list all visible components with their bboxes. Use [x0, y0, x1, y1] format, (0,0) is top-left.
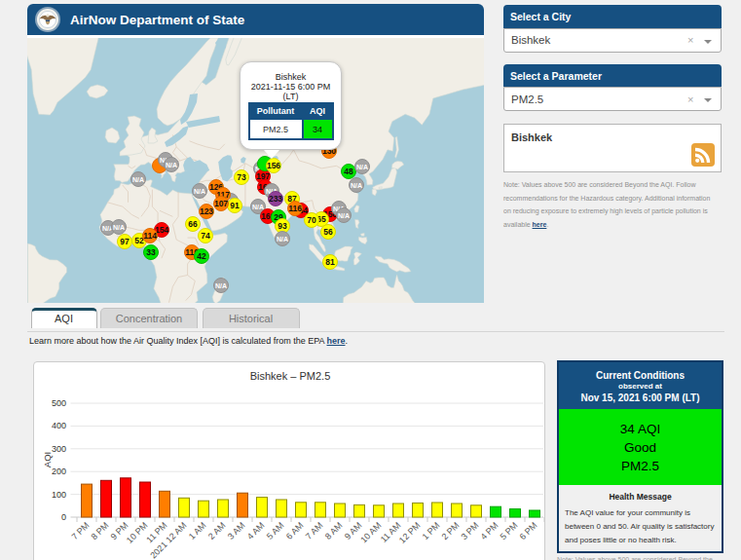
svg-text:6 PM: 6 PM	[517, 520, 538, 541]
svg-text:2 AM: 2 AM	[205, 520, 227, 541]
svg-text:0: 0	[60, 512, 65, 522]
svg-text:5 AM: 5 AM	[264, 520, 285, 541]
svg-text:3 PM: 3 PM	[459, 520, 480, 541]
svg-text:1 AM: 1 AM	[186, 520, 207, 541]
svg-text:1 PM: 1 PM	[420, 520, 441, 541]
svg-text:200: 200	[51, 467, 65, 476]
svg-text:400: 400	[51, 421, 65, 430]
svg-text:4 PM: 4 PM	[478, 520, 500, 541]
svg-text:10 AM: 10 AM	[358, 520, 383, 544]
svg-text:2 PM: 2 PM	[439, 520, 461, 541]
svg-text:4 AM: 4 AM	[244, 520, 266, 541]
svg-text:Bishkek – PM2.5: Bishkek – PM2.5	[249, 370, 330, 382]
svg-text:100: 100	[51, 490, 65, 500]
svg-text:7 AM: 7 AM	[303, 520, 324, 541]
svg-text:8 AM: 8 AM	[322, 520, 344, 541]
svg-text:300: 300	[51, 444, 65, 454]
svg-text:8 PM: 8 PM	[89, 520, 110, 541]
svg-text:500: 500	[51, 398, 65, 408]
svg-text:10 PM: 10 PM	[124, 520, 148, 544]
svg-text:5 PM: 5 PM	[498, 520, 519, 541]
svg-text:3 AM: 3 AM	[225, 520, 246, 541]
svg-text:6 AM: 6 AM	[283, 520, 305, 541]
svg-text:7 PM: 7 PM	[69, 520, 91, 541]
svg-text:12 PM: 12 PM	[396, 520, 421, 544]
svg-text:AQI: AQI	[42, 452, 53, 467]
